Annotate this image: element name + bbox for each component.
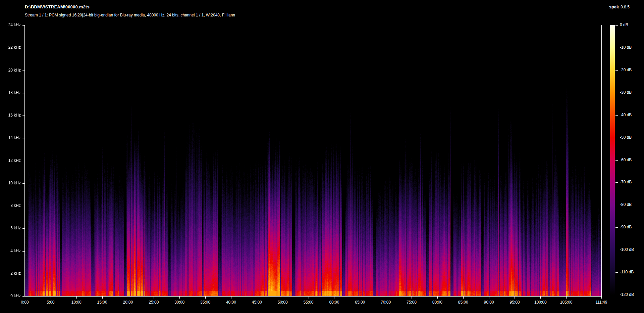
- legend-tick: [615, 182, 618, 183]
- spectrogram-plot: [25, 25, 601, 296]
- freq-axis-tick: [22, 116, 25, 116]
- legend-tick: [615, 93, 618, 93]
- legend-tick: [615, 272, 618, 273]
- freq-axis-label: 14 kHz: [1, 135, 21, 140]
- legend-tick: [615, 295, 618, 295]
- legend-gradient-bar: [610, 25, 615, 295]
- legend-tick: [615, 70, 618, 71]
- time-axis-tick: [412, 297, 412, 299]
- time-axis-tick: [515, 297, 515, 299]
- freq-axis-label: 20 kHz: [1, 68, 21, 73]
- legend-tick: [615, 48, 618, 48]
- app-version: 0.8.5: [621, 5, 630, 9]
- app-name: spek: [609, 4, 619, 9]
- time-axis-tick: [566, 297, 567, 299]
- time-axis-tick: [540, 297, 541, 299]
- freq-axis-label: 12 kHz: [1, 158, 21, 163]
- app-version-badge: spek0.8.5: [609, 4, 630, 9]
- freq-axis-label: 6 kHz: [1, 226, 21, 230]
- legend-label: -40 dB: [620, 113, 643, 117]
- time-axis-tick: [25, 297, 25, 299]
- time-axis-tick: [309, 297, 309, 299]
- legend-label: -20 dB: [620, 68, 643, 72]
- time-axis-tick: [360, 297, 360, 299]
- file-path-title: D:\BDMV\STREAM\00000.m2ts: [25, 4, 90, 9]
- freq-axis-label: 8 kHz: [1, 203, 21, 208]
- time-axis-tick: [601, 297, 602, 299]
- freq-axis-tick: [22, 228, 25, 229]
- time-axis-tick: [283, 297, 283, 299]
- time-axis-tick: [257, 297, 257, 299]
- time-axis-tick: [463, 297, 464, 299]
- time-axis-tick: [205, 297, 206, 299]
- legend-label: -110 dB: [620, 270, 643, 274]
- time-axis-tick: [489, 297, 489, 299]
- legend-label: -30 dB: [620, 90, 643, 95]
- spek-window: D:\BDMV\STREAM\00000.m2ts spek0.8.5 Stre…: [0, 0, 644, 313]
- freq-axis-tick: [22, 161, 25, 161]
- legend-tick: [615, 25, 618, 26]
- freq-axis-tick: [22, 93, 25, 93]
- freq-axis-label: 24 kHz: [1, 23, 21, 27]
- legend-tick: [615, 227, 618, 228]
- freq-axis-tick: [22, 274, 25, 274]
- time-axis-tick: [386, 297, 386, 299]
- stream-info: Stream 1 / 1: PCM signed 16|20|24-bit bi…: [25, 13, 235, 17]
- time-axis-label: 105:00: [551, 300, 581, 305]
- legend-tick: [615, 115, 618, 116]
- legend-label: -10 dB: [620, 45, 643, 50]
- time-axis-tick: [102, 297, 103, 299]
- legend-label: -70 dB: [620, 180, 643, 184]
- freq-axis-label: 10 kHz: [1, 181, 21, 185]
- legend-label: -100 dB: [620, 247, 643, 252]
- time-axis-tick: [437, 297, 438, 299]
- freq-axis-label: 22 kHz: [1, 45, 21, 50]
- freq-axis-tick: [22, 206, 25, 206]
- legend-tick: [615, 205, 618, 205]
- time-axis-tick: [179, 297, 180, 299]
- legend-tick: [615, 138, 618, 138]
- freq-axis-tick: [22, 183, 25, 184]
- freq-axis-tick: [22, 48, 25, 48]
- legend-tick: [615, 160, 618, 161]
- freq-axis-tick: [22, 25, 25, 26]
- freq-axis-tick: [22, 296, 25, 297]
- freq-axis-tick: [22, 138, 25, 138]
- freq-axis-tick: [22, 251, 25, 252]
- time-axis-tick: [334, 297, 334, 299]
- time-axis-tick: [231, 297, 231, 299]
- time-axis-label: 111:49: [586, 300, 616, 305]
- freq-axis-label: 2 kHz: [1, 271, 21, 276]
- legend-label: -120 dB: [620, 292, 643, 297]
- time-axis-tick: [76, 297, 77, 299]
- freq-axis-label: 18 kHz: [1, 90, 21, 95]
- freq-axis-label: 0 kHz: [1, 294, 21, 298]
- time-axis-tick: [154, 297, 154, 299]
- legend-label: -90 dB: [620, 225, 643, 229]
- freq-axis-tick: [22, 71, 25, 71]
- legend-tick: [615, 250, 618, 250]
- legend-label: -60 dB: [620, 158, 643, 162]
- time-axis-tick: [51, 297, 51, 299]
- legend-label: 0 dB: [620, 23, 643, 27]
- freq-axis-label: 16 kHz: [1, 113, 21, 118]
- time-axis-tick: [128, 297, 128, 299]
- legend-label: -80 dB: [620, 202, 643, 207]
- freq-axis-label: 4 kHz: [1, 249, 21, 253]
- spectrogram-image: [25, 25, 601, 296]
- legend-label: -50 dB: [620, 135, 643, 140]
